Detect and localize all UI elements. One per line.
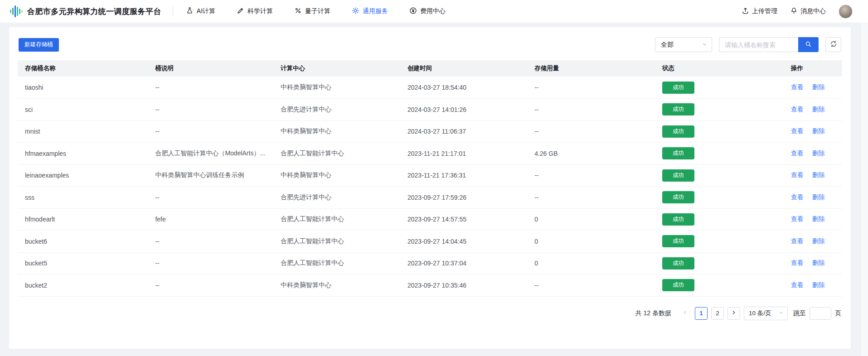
scrollbar-track[interactable] [860, 23, 868, 356]
main-nav: AI计算 科学计算 量子计算 [186, 7, 446, 16]
table-row: hfmaexamples 合肥人工智能计算中心（ModelArts）... 合肥… [18, 143, 842, 165]
page-size-select[interactable]: 10 条/页 [744, 307, 788, 320]
nav-label: 科学计算 [247, 7, 273, 15]
col-compute-center: 计算中心 [273, 60, 400, 77]
nav-item-quantum-compute[interactable]: 量子计算 [294, 7, 330, 16]
flask-icon [186, 7, 194, 16]
chevron-left-icon [682, 310, 688, 317]
compute-center: 合肥人工智能计算中心 [281, 149, 344, 157]
delete-link[interactable]: 删除 [812, 106, 825, 113]
table-row: tiaoshi -- 中科类脑智算中心 2024-03-27 18:54:40 … [18, 77, 842, 99]
message-center-button[interactable]: 消息中心 [790, 7, 826, 16]
jump-page-input[interactable] [810, 307, 831, 320]
refresh-button[interactable] [825, 37, 841, 52]
storage-usage: 0 [534, 260, 538, 267]
created-time: 2023-11-21 21:17:01 [407, 150, 466, 157]
upload-icon [742, 7, 749, 16]
gear-icon [352, 7, 359, 16]
view-link[interactable]: 查看 [791, 106, 804, 113]
chevron-down-icon [779, 310, 784, 317]
bucket-list-card: 新建存储桶 全部 [9, 27, 851, 349]
view-link[interactable]: 查看 [791, 215, 804, 222]
page-content: 新建存储桶 全部 [0, 23, 868, 349]
storage-usage: -- [534, 172, 538, 179]
page-button-1[interactable]: 1 [695, 307, 708, 320]
status-badge: 成功 [662, 147, 694, 159]
table-row: mnist -- 中科类脑智算中心 2024-03-27 11:06:37 --… [18, 120, 842, 143]
bucket-table: 存储桶名称 桶说明 计算中心 创建时间 存储用量 状态 操作 tiaoshi -… [18, 60, 842, 297]
storage-usage: -- [534, 106, 538, 113]
view-link[interactable]: 查看 [791, 83, 804, 91]
search-button[interactable] [798, 37, 819, 52]
table-row: hfmodearlt fefe 合肥人工智能计算中心 2023-09-27 14… [18, 208, 842, 231]
prev-page-button[interactable] [679, 307, 691, 320]
view-link[interactable]: 查看 [791, 259, 804, 266]
table-row: sci -- 合肥先进计算中心 2024-03-27 14:01:26 -- 成… [18, 99, 842, 121]
status-badge: 成功 [662, 213, 694, 226]
created-time: 2023-09-27 14:04:45 [407, 238, 466, 245]
nav-item-science-compute[interactable]: 科学计算 [237, 7, 273, 16]
bucket-description: -- [155, 194, 159, 201]
bucket-description: -- [155, 106, 159, 113]
delete-link[interactable]: 删除 [812, 215, 825, 222]
nav-item-general-services[interactable]: 通用服务 [352, 7, 388, 16]
platform-title: 合肥市多元异构算力统一调度服务平台 [27, 6, 161, 17]
top-navigation-bar: 合肥市多元异构算力统一调度服务平台 AI计算 科学计算 [0, 0, 868, 23]
view-link[interactable]: 查看 [791, 127, 804, 135]
bucket-name: bucket2 [25, 282, 47, 289]
currency-icon [409, 7, 417, 16]
delete-link[interactable]: 删除 [812, 127, 825, 135]
bucket-name: sss [25, 194, 34, 201]
created-time: 2023-09-27 10:35:46 [407, 282, 466, 289]
filter-select[interactable]: 全部 [655, 37, 712, 52]
col-created-time: 创建时间 [400, 60, 527, 77]
col-bucket-name: 存储桶名称 [18, 60, 148, 77]
compute-center: 中科类脑智算中心 [281, 171, 331, 178]
create-bucket-button[interactable]: 新建存储桶 [19, 38, 59, 52]
status-badge: 成功 [662, 235, 694, 247]
delete-link[interactable]: 删除 [812, 193, 825, 201]
created-time: 2023-11-21 17:36:31 [407, 172, 466, 179]
storage-usage: -- [534, 194, 538, 201]
delete-link[interactable]: 删除 [812, 237, 825, 245]
search-input[interactable] [719, 37, 798, 52]
page-button-2[interactable]: 2 [711, 307, 724, 320]
created-time: 2023-09-27 10:37:04 [407, 260, 466, 267]
bucket-name: mnist [25, 128, 40, 135]
delete-link[interactable]: 删除 [812, 149, 825, 157]
col-storage-usage: 存储用量 [527, 60, 655, 77]
created-time: 2024-03-27 14:01:26 [407, 106, 466, 113]
col-status: 状态 [655, 60, 784, 77]
top-actions: 上传管理 消息中心 [742, 5, 853, 19]
brand: 合肥市多元异构算力统一调度服务平台 [10, 5, 161, 18]
bucket-description: -- [155, 84, 159, 91]
status-badge: 成功 [662, 103, 694, 115]
view-link[interactable]: 查看 [791, 149, 804, 157]
created-time: 2024-03-27 18:54:40 [407, 84, 466, 91]
next-page-button[interactable] [727, 307, 740, 320]
view-link[interactable]: 查看 [791, 193, 804, 201]
view-link[interactable]: 查看 [791, 237, 804, 245]
nav-item-ai-compute[interactable]: AI计算 [186, 7, 215, 16]
chevron-down-icon [702, 41, 707, 48]
toolbar: 新建存储桶 全部 [19, 37, 841, 52]
compute-center: 中科类脑智算中心 [281, 281, 331, 289]
status-badge: 成功 [662, 125, 694, 138]
status-badge: 成功 [662, 257, 694, 269]
nav-label: 通用服务 [363, 7, 388, 15]
nav-label: 费用中心 [420, 7, 446, 15]
delete-link[interactable]: 删除 [812, 281, 825, 289]
compute-center: 合肥人工智能计算中心 [281, 259, 344, 266]
bucket-description: 中科类脑智算中心训练任务示例 [155, 171, 244, 178]
delete-link[interactable]: 删除 [812, 171, 825, 178]
delete-link[interactable]: 删除 [812, 259, 825, 266]
view-link[interactable]: 查看 [791, 281, 804, 289]
delete-link[interactable]: 删除 [812, 83, 825, 91]
user-avatar[interactable] [839, 5, 853, 19]
upload-manager-button[interactable]: 上传管理 [742, 7, 777, 16]
status-badge: 成功 [662, 279, 694, 291]
bucket-description: -- [155, 238, 159, 245]
bucket-description: -- [155, 282, 159, 289]
view-link[interactable]: 查看 [791, 171, 804, 178]
nav-item-billing-center[interactable]: 费用中心 [409, 7, 446, 16]
